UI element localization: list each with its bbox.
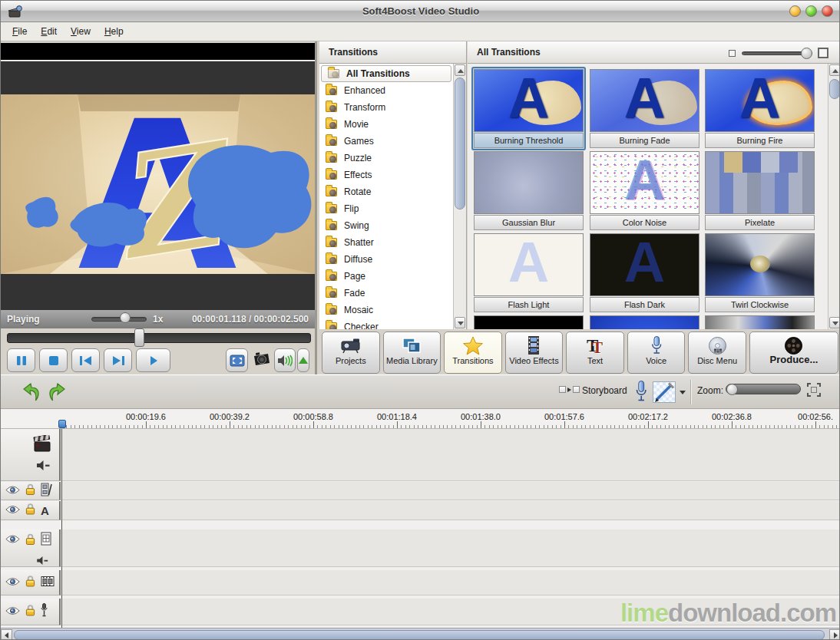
lock-icon[interactable]: [25, 575, 35, 591]
lock-icon[interactable]: [25, 483, 35, 499]
effects-track-lane[interactable]: [62, 482, 840, 500]
pause-button[interactable]: [7, 348, 35, 372]
category-item-page[interactable]: Page: [319, 268, 453, 285]
lock-icon[interactable]: [25, 604, 35, 620]
tab-disc-menu[interactable]: Disc Menu: [688, 332, 746, 374]
fullscreen-button[interactable]: [226, 348, 248, 372]
category-item-effects[interactable]: Effects: [319, 167, 453, 183]
previous-button[interactable]: [71, 348, 100, 372]
visibility-eye-icon[interactable]: [5, 503, 20, 517]
title-bar[interactable]: Soft4Boost Video Studio: [1, 1, 840, 22]
scroll-left-button[interactable]: [1, 629, 12, 640]
transition-burning-threshold[interactable]: Burning Threshold: [471, 67, 586, 150]
menu-help[interactable]: Help: [98, 23, 131, 40]
video-preview[interactable]: A Z: [1, 94, 315, 274]
visibility-eye-icon[interactable]: [5, 576, 20, 589]
storyboard-toggle[interactable]: [559, 386, 580, 393]
volume-popup-button[interactable]: [297, 348, 309, 372]
lock-icon[interactable]: [25, 503, 35, 519]
timeline-zoom-thumb[interactable]: [726, 384, 738, 395]
minimize-button[interactable]: [789, 5, 801, 17]
category-item-shatter[interactable]: Shatter: [319, 234, 453, 251]
timeline-ruler[interactable]: 00:00:19.6 00:00:39.2 00:00:58.8 00:01:1…: [1, 409, 840, 429]
tab-video-effects[interactable]: Video Effects: [505, 332, 564, 374]
thumbnail-size-slider-thumb[interactable]: [801, 48, 812, 59]
playhead-marker[interactable]: [58, 420, 66, 428]
maximize-button[interactable]: [805, 5, 817, 17]
category-item-mosaic[interactable]: Mosaic: [319, 302, 453, 318]
speed-slider[interactable]: [91, 317, 147, 322]
visibility-eye-icon[interactable]: [5, 533, 20, 547]
audio-button[interactable]: [274, 348, 296, 372]
seek-bar-thumb[interactable]: [134, 328, 144, 347]
transition-partial-1[interactable]: [471, 313, 586, 329]
close-button[interactable]: [822, 5, 833, 17]
scroll-right-button[interactable]: [829, 629, 840, 640]
timeline-horizontal-scrollbar[interactable]: [1, 628, 840, 640]
tab-produce[interactable]: Produce...: [749, 332, 838, 374]
category-item-fade[interactable]: Fade: [319, 285, 453, 302]
menu-file[interactable]: File: [5, 23, 34, 40]
transition-gaussian-blur[interactable]: Gaussian Blur: [471, 149, 586, 233]
tab-voice[interactable]: Voice: [627, 332, 686, 374]
transition-twirl-clockwise[interactable]: Twirl Clockwise: [703, 231, 817, 315]
video-track-lane[interactable]: [62, 429, 840, 481]
mute-speaker-icon[interactable]: [36, 460, 50, 473]
transitions-gallery-panel: All Transitions Burning Threshold Burnin…: [468, 41, 840, 329]
category-item-rotate[interactable]: Rotate: [319, 183, 453, 200]
gallery-scrollbar[interactable]: [828, 64, 840, 329]
category-item-flip[interactable]: Flip: [319, 200, 453, 217]
stop-button[interactable]: [39, 348, 68, 372]
video-overlay-track-lane[interactable]: [62, 570, 840, 595]
seek-bar[interactable]: [7, 333, 311, 343]
visibility-eye-icon[interactable]: [5, 484, 20, 498]
hscrollbar-thumb[interactable]: [14, 630, 825, 640]
category-item-all-transitions[interactable]: All Transitions: [321, 65, 451, 82]
category-item-games[interactable]: Games: [319, 133, 453, 150]
overlay-track-lane[interactable]: [62, 529, 840, 567]
transition-burning-fade[interactable]: Burning Fade: [587, 67, 702, 150]
lock-icon[interactable]: [25, 533, 35, 549]
scroll-down-button[interactable]: [829, 317, 840, 328]
category-item-movie[interactable]: Movie: [319, 116, 453, 133]
category-item-enhanced[interactable]: Enhanced: [319, 82, 453, 99]
voice-track-lane[interactable]: [62, 599, 840, 625]
speed-slider-thumb[interactable]: [120, 312, 131, 323]
scroll-down-button[interactable]: [455, 317, 465, 328]
tab-transitions[interactable]: Transitions: [444, 332, 502, 374]
tab-projects[interactable]: Projects: [322, 332, 380, 374]
transition-color-noise[interactable]: Color Noise: [587, 149, 702, 233]
draw-tool-dropdown-arrow[interactable]: [680, 391, 686, 394]
record-voice-button[interactable]: [635, 380, 647, 406]
transition-partial-2[interactable]: [587, 313, 702, 329]
category-item-transform[interactable]: Transform: [319, 99, 453, 116]
redo-button[interactable]: [47, 381, 67, 406]
scrollbar-thumb[interactable]: [829, 79, 840, 99]
menu-edit[interactable]: Edit: [34, 23, 64, 40]
mute-speaker-icon[interactable]: [36, 554, 48, 568]
transition-partial-3[interactable]: [703, 313, 817, 329]
transition-pixelate[interactable]: Pixelate: [703, 149, 817, 233]
snapshot-button[interactable]: [251, 350, 273, 371]
category-item-diffuse[interactable]: Diffuse: [319, 251, 453, 268]
category-item-swing[interactable]: Swing: [319, 217, 453, 234]
draw-tool-button[interactable]: [653, 381, 676, 403]
next-button[interactable]: [104, 348, 132, 372]
transition-burning-fire[interactable]: Burning Fire: [703, 67, 817, 150]
transition-flash-dark[interactable]: Flash Dark: [587, 231, 702, 315]
category-list-scrollbar[interactable]: [453, 64, 466, 329]
menu-view[interactable]: View: [64, 23, 98, 40]
text-track-lane[interactable]: [62, 501, 840, 520]
tab-text[interactable]: TT Text: [566, 332, 624, 374]
category-item-checker[interactable]: Checker: [319, 318, 453, 329]
scroll-up-button[interactable]: [455, 64, 465, 76]
scrollbar-thumb[interactable]: [455, 78, 465, 209]
transition-flash-light[interactable]: Flash Light: [471, 231, 586, 315]
tab-media-library[interactable]: Media Library: [383, 332, 441, 374]
undo-button[interactable]: [21, 381, 41, 406]
visibility-eye-icon[interactable]: [5, 605, 20, 619]
fit-to-screen-button[interactable]: [807, 383, 821, 400]
scroll-up-button[interactable]: [829, 64, 840, 76]
play-forward-button[interactable]: [136, 348, 170, 372]
category-item-puzzle[interactable]: Puzzle: [319, 150, 453, 167]
